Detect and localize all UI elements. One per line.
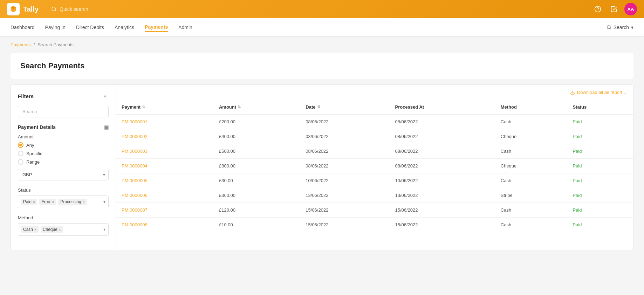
- status-tags-field[interactable]: Paid × Error × Processing × ▾: [18, 195, 109, 208]
- status-tag-paid-remove[interactable]: ×: [33, 200, 35, 204]
- cell-payment: PMI0000005: [116, 173, 213, 188]
- method-tag-cash: Cash ×: [21, 226, 39, 233]
- method-tags-field[interactable]: Cash × Cheque × ▾: [18, 223, 109, 236]
- download-report-link[interactable]: Download all as report...: [570, 90, 626, 95]
- col-payment: Payment ⇅: [116, 100, 213, 114]
- cell-processed-at: 08/06/2022: [390, 114, 495, 129]
- payment-link[interactable]: PMI0000002: [122, 134, 148, 139]
- notifications-icon[interactable]: [608, 4, 619, 15]
- table-row: PMI0000003 £500.00 08/06/2022 08/06/2022…: [116, 144, 633, 159]
- status-tag-error: Error ×: [39, 199, 56, 205]
- radio-range-indicator: [18, 159, 23, 165]
- radio-specific-indicator: [18, 151, 23, 156]
- payment-link[interactable]: PMI0000001: [122, 119, 148, 124]
- cell-status: Paid: [567, 129, 633, 144]
- payment-link[interactable]: PMI0000003: [122, 149, 148, 154]
- table-toolbar: Download all as report...: [116, 85, 633, 100]
- cell-processed-at: 15/06/2022: [390, 203, 495, 218]
- amount-option-range[interactable]: Range: [18, 159, 109, 165]
- payment-link[interactable]: PMI0000008: [122, 222, 148, 227]
- table-row: PMI0000008 £10.00 15/06/2022 15/06/2022 …: [116, 218, 633, 232]
- cell-date: 15/06/2022: [300, 218, 389, 232]
- status-tag-processing-remove[interactable]: ×: [83, 200, 85, 204]
- download-icon: [570, 90, 575, 95]
- cell-amount: £800.00: [213, 159, 300, 173]
- quick-search-area[interactable]: Quick search: [51, 6, 88, 12]
- status-tag-processing: Processing ×: [58, 199, 87, 205]
- status-tag-error-remove[interactable]: ×: [52, 200, 54, 204]
- nav-item-direct-debits[interactable]: Direct Debits: [76, 23, 104, 32]
- payment-details-section: Payment Details ▣ Amount Any Specific: [18, 124, 109, 180]
- cell-date: 08/06/2022: [300, 129, 389, 144]
- cell-processed-at: 08/06/2022: [390, 144, 495, 159]
- cell-method: Cheque: [495, 159, 567, 173]
- payment-link[interactable]: PMI0000006: [122, 193, 148, 198]
- cell-amount: £360.00: [213, 188, 300, 203]
- cell-status: Paid: [567, 173, 633, 188]
- cell-payment: PMI0000007: [116, 203, 213, 218]
- currency-select-wrap: GBP USD EUR ▾: [18, 169, 109, 180]
- cell-payment: PMI0000002: [116, 129, 213, 144]
- cell-payment: PMI0000001: [116, 114, 213, 129]
- payment-link[interactable]: PMI0000005: [122, 178, 148, 183]
- amount-option-specific[interactable]: Specific: [18, 151, 109, 156]
- cell-date: 08/06/2022: [300, 159, 389, 173]
- filter-search-wrap: [18, 106, 109, 117]
- table-row: PMI0000006 £360.00 13/06/2022 13/06/2022…: [116, 188, 633, 203]
- top-navigation: Tally Quick search AA: [0, 0, 644, 18]
- currency-select[interactable]: GBP USD EUR: [18, 169, 109, 180]
- nav-item-dashboard[interactable]: Dashboard: [11, 23, 35, 32]
- col-amount-sort[interactable]: Amount ⇅: [219, 104, 241, 110]
- cell-processed-at: 15/06/2022: [390, 218, 495, 232]
- radio-any-indicator: [18, 142, 23, 148]
- method-tag-cheque-remove[interactable]: ×: [59, 228, 61, 232]
- col-amount: Amount ⇅: [213, 100, 300, 114]
- nav-search[interactable]: Search ▾: [607, 25, 633, 30]
- method-tag-cash-remove[interactable]: ×: [34, 228, 36, 232]
- breadcrumb-parent[interactable]: Payments: [11, 42, 31, 47]
- payment-link[interactable]: PMI0000007: [122, 207, 148, 213]
- amount-sort-icon: ⇅: [238, 105, 241, 109]
- cell-method: Cash: [495, 114, 567, 129]
- payments-table: Payment ⇅ Amount ⇅ Date: [116, 100, 633, 232]
- breadcrumb-current: Search Payments: [37, 42, 74, 47]
- nav-items: Dashboard Paying In Direct Debits Analyt…: [11, 23, 607, 32]
- nav-item-paying-in[interactable]: Paying In: [45, 23, 66, 32]
- status-badge: Paid: [573, 193, 582, 198]
- amount-radio-group: Any Specific Range: [18, 142, 109, 165]
- quick-search-label: Quick search: [60, 6, 88, 12]
- amount-option-any[interactable]: Any: [18, 142, 109, 148]
- method-tags-arrow: ▾: [103, 227, 105, 232]
- collapse-button[interactable]: «: [102, 92, 109, 100]
- nav-item-admin[interactable]: Admin: [178, 23, 192, 32]
- payment-details-icon: ▣: [104, 124, 109, 130]
- nav-item-analytics[interactable]: Analytics: [115, 23, 134, 32]
- filters-panel: Filters « Payment Details ▣ Amount Any: [11, 85, 116, 250]
- nav-item-payments[interactable]: Payments: [145, 23, 168, 32]
- svg-point-3: [607, 25, 610, 28]
- cell-method: Cash: [495, 144, 567, 159]
- cell-processed-at: 08/06/2022: [390, 159, 495, 173]
- status-badge: Paid: [573, 134, 582, 139]
- logo-area[interactable]: Tally: [7, 3, 39, 15]
- cell-status: Paid: [567, 159, 633, 173]
- cell-payment: PMI0000008: [116, 218, 213, 232]
- col-payment-sort[interactable]: Payment ⇅: [122, 104, 145, 110]
- search-icon: [51, 6, 57, 12]
- cell-amount: £400.00: [213, 129, 300, 144]
- cell-processed-at: 10/06/2022: [390, 173, 495, 188]
- logo-icon: [7, 3, 20, 15]
- help-icon[interactable]: [592, 4, 603, 15]
- filter-search-input[interactable]: [18, 106, 109, 117]
- page-header: Search Payments: [11, 53, 633, 79]
- col-date-sort[interactable]: Date ⇅: [306, 104, 320, 110]
- filters-title: Filters: [18, 93, 34, 99]
- status-badge: Paid: [573, 119, 582, 124]
- payment-link[interactable]: PMI0000004: [122, 163, 148, 169]
- main-area: Filters « Payment Details ▣ Amount Any: [11, 84, 633, 250]
- cell-payment: PMI0000004: [116, 159, 213, 173]
- download-label: Download all as report...: [577, 90, 626, 95]
- status-filter-section: Status Paid × Error × Processing × ▾: [18, 187, 109, 208]
- cell-date: 08/06/2022: [300, 144, 389, 159]
- avatar[interactable]: AA: [624, 3, 637, 15]
